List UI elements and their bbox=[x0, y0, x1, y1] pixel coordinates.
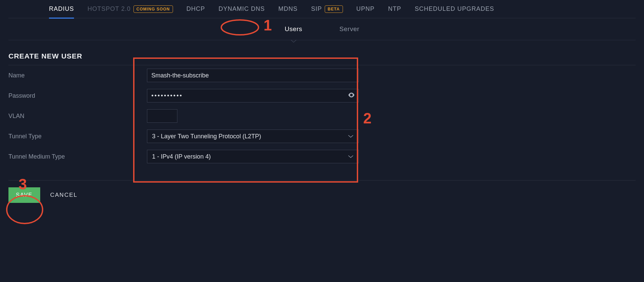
label-tunnel-type: Tunnel Type bbox=[8, 133, 147, 140]
tunnel-medium-select[interactable]: 1 - IPv4 (IP version 4) bbox=[147, 150, 359, 163]
badge-coming-soon: COMING SOON bbox=[133, 5, 173, 13]
label-vlan: VLAN bbox=[8, 113, 147, 120]
label-password: Password bbox=[8, 92, 147, 99]
tab-dhcp[interactable]: DHCP bbox=[187, 0, 205, 18]
cancel-button[interactable]: CANCEL bbox=[50, 192, 78, 198]
active-subtab-arrow-icon bbox=[291, 40, 297, 43]
tab-radius[interactable]: RADIUS bbox=[49, 0, 74, 18]
tab-label: SIP bbox=[311, 5, 322, 13]
chevron-down-icon bbox=[348, 154, 354, 160]
tabs-primary: RADIUS HOTSPOT 2.0 COMING SOON DHCP DYNA… bbox=[8, 0, 636, 18]
tab-label: RADIUS bbox=[49, 5, 74, 13]
save-button[interactable]: SAVE bbox=[8, 187, 40, 203]
tunnel-type-select[interactable]: 3 - Layer Two Tunneling Protocol (L2TP) bbox=[147, 130, 359, 143]
tab-ntp[interactable]: NTP bbox=[388, 0, 401, 18]
subtab-label: Server bbox=[340, 25, 360, 33]
badge-beta: BETA bbox=[325, 5, 343, 13]
form-footer: SAVE CANCEL bbox=[8, 180, 636, 203]
tab-label: NTP bbox=[388, 5, 401, 13]
subtab-label: Users bbox=[284, 25, 302, 33]
tab-label: HOTSPOT 2.0 bbox=[88, 5, 131, 13]
password-input[interactable] bbox=[147, 89, 359, 102]
tab-label: MDNS bbox=[278, 5, 298, 13]
form-create-user: Name Password VLAN Tunnel Type bbox=[8, 65, 636, 167]
svg-point-0 bbox=[351, 94, 352, 96]
tab-ddns[interactable]: DYNAMIC DNS bbox=[219, 0, 265, 18]
tab-label: DYNAMIC DNS bbox=[219, 5, 265, 13]
section-title: CREATE NEW USER bbox=[8, 52, 636, 65]
vlan-input[interactable] bbox=[147, 109, 177, 123]
tab-mdns[interactable]: MDNS bbox=[278, 0, 298, 18]
tab-scheduled-upgrades[interactable]: SCHEDULED UPGRADES bbox=[415, 0, 494, 18]
eye-icon[interactable] bbox=[348, 93, 355, 99]
tab-label: UPNP bbox=[356, 5, 375, 13]
tab-upnp[interactable]: UPNP bbox=[356, 0, 375, 18]
subtabs: Users Server bbox=[8, 18, 636, 40]
label-name: Name bbox=[8, 72, 147, 79]
select-value: 1 - IPv4 (IP version 4) bbox=[152, 153, 211, 160]
subtab-users[interactable]: Users bbox=[284, 18, 302, 40]
label-tunnel-medium: Tunnel Medium Type bbox=[8, 153, 147, 160]
chevron-down-icon bbox=[348, 133, 354, 139]
select-value: 3 - Layer Two Tunneling Protocol (L2TP) bbox=[152, 133, 261, 140]
tab-hotspot[interactable]: HOTSPOT 2.0 COMING SOON bbox=[88, 0, 173, 18]
tab-label: SCHEDULED UPGRADES bbox=[415, 5, 494, 13]
tab-sip[interactable]: SIP BETA bbox=[311, 0, 343, 18]
tab-label: DHCP bbox=[187, 5, 205, 13]
name-input[interactable] bbox=[147, 69, 359, 82]
subtab-server[interactable]: Server bbox=[340, 18, 360, 40]
